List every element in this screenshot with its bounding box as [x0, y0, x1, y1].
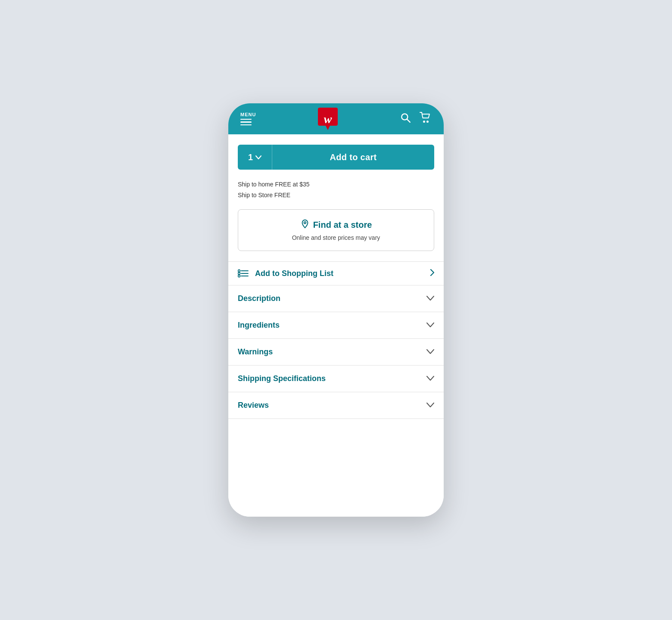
accordion-label-ingredients: Ingredients	[238, 321, 280, 330]
add-to-shopping-list-row[interactable]: Add to Shopping List	[228, 261, 444, 285]
accordion-item-warnings[interactable]: Warnings	[228, 339, 444, 365]
accordion-item-reviews[interactable]: Reviews	[228, 392, 444, 418]
search-icon[interactable]	[400, 112, 411, 126]
svg-point-7	[238, 273, 240, 275]
shopping-list-chevron-icon	[430, 269, 434, 278]
find-store-title: Find at a store	[247, 219, 425, 231]
quantity-selector[interactable]: 1	[238, 145, 272, 170]
find-store-label: Find at a store	[313, 220, 372, 230]
find-store-subtitle: Online and store prices may vary	[247, 234, 425, 241]
hamburger-icon	[240, 119, 256, 126]
shopping-list-label: Add to Shopping List	[255, 269, 424, 278]
location-pin-icon	[300, 219, 310, 231]
menu-label: MENU	[240, 112, 256, 117]
accordion-chevron-description	[426, 295, 434, 303]
quantity-chevron-icon	[255, 154, 261, 161]
phone-frame: MENU w	[228, 103, 444, 517]
accordion-label-shipping-specs: Shipping Specifications	[238, 374, 326, 383]
accordion-item-description[interactable]: Description	[228, 285, 444, 312]
svg-point-3	[423, 121, 425, 122]
walgreens-logo[interactable]: w	[318, 108, 338, 130]
ship-to-store-text: Ship to Store FREE	[238, 190, 434, 201]
header-icons	[400, 112, 432, 126]
svg-line-2	[407, 119, 410, 122]
quantity-value: 1	[248, 152, 253, 162]
cart-icon[interactable]	[420, 112, 432, 126]
svg-point-4	[427, 121, 428, 122]
accordion-ingredients: Ingredients	[228, 312, 444, 339]
shopping-list-icon	[238, 269, 249, 278]
accordion-chevron-warnings	[426, 348, 434, 356]
shipping-info: Ship to home FREE at $35 Ship to Store F…	[228, 177, 444, 209]
accordion-chevron-shipping-specs	[426, 375, 434, 383]
accordion-chevron-reviews	[426, 402, 434, 409]
accordion-warnings: Warnings	[228, 339, 444, 366]
accordion-label-description: Description	[238, 294, 280, 303]
accordion-chevron-ingredients	[426, 322, 434, 329]
ship-to-home-text: Ship to home FREE at $35	[238, 179, 434, 190]
main-content: 1 Add to cart Ship to home FREE at $35 S…	[228, 134, 444, 517]
accordion-label-warnings: Warnings	[238, 347, 273, 356]
accordion-label-reviews: Reviews	[238, 401, 269, 410]
accordion-reviews: Reviews	[228, 392, 444, 419]
svg-text:w: w	[324, 112, 332, 126]
accordion-shipping-specs: Shipping Specifications	[228, 366, 444, 392]
add-to-cart-button[interactable]: Add to cart	[272, 145, 434, 170]
header: MENU w	[228, 103, 444, 134]
svg-point-6	[238, 270, 240, 272]
accordion-description: Description	[228, 285, 444, 312]
accordion-item-shipping-specs[interactable]: Shipping Specifications	[228, 366, 444, 392]
menu-button[interactable]: MENU	[240, 112, 256, 126]
find-store-box[interactable]: Find at a store Online and store prices …	[238, 209, 434, 251]
svg-point-8	[238, 275, 240, 277]
svg-point-5	[304, 222, 306, 224]
accordion-item-ingredients[interactable]: Ingredients	[228, 312, 444, 338]
add-to-cart-row: 1 Add to cart	[238, 145, 434, 170]
